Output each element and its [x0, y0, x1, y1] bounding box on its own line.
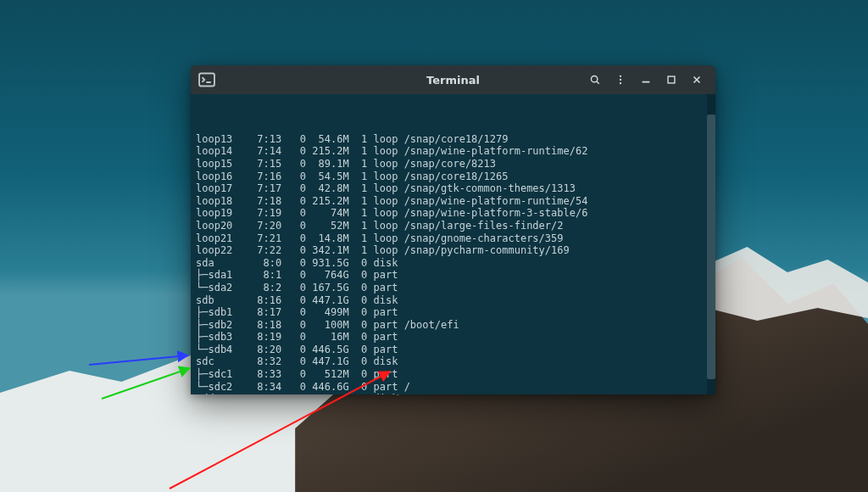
terminal-window: Terminal [191, 65, 715, 394]
close-button[interactable] [685, 69, 709, 91]
terminal-app-icon [198, 70, 216, 89]
lsblk-row: loop16 7:16 0 54.5M 1 loop /snap/core18/… [196, 171, 710, 183]
lsblk-row: loop19 7:19 0 74M 1 loop /snap/wine-plat… [196, 207, 710, 220]
svg-point-2 [620, 75, 621, 77]
terminal-output[interactable]: loop13 7:13 0 54.6M 1 loop /snap/core18/… [191, 94, 715, 394]
svg-point-1 [591, 75, 597, 81]
lsblk-row: sdb 8:16 0 447.1G 0 disk [196, 294, 710, 307]
window-titlebar[interactable]: Terminal [191, 65, 715, 94]
lsblk-row: loop20 7:20 0 52M 1 loop /snap/large-fil… [196, 220, 710, 232]
maximize-button[interactable] [659, 69, 683, 91]
lsblk-row: ├─sdb1 8:17 0 499M 0 part [196, 306, 710, 319]
lsblk-row: loop21 7:21 0 14.8M 1 loop /snap/gnome-c… [196, 232, 710, 245]
menu-button[interactable] [609, 69, 632, 91]
scrollbar-thumb[interactable] [707, 115, 715, 379]
lsblk-row: sda 8:0 0 931.5G 0 disk [196, 257, 710, 270]
svg-point-3 [620, 79, 621, 81]
lsblk-row: loop18 7:18 0 215.2M 1 loop /snap/wine-p… [196, 195, 710, 208]
lsblk-row: loop22 7:22 0 342.1M 1 loop /snap/pychar… [196, 244, 710, 257]
lsblk-row: ├─sdb3 8:19 0 16M 0 part [196, 331, 710, 344]
lsblk-row: sdc 8:32 0 447.1G 0 disk [196, 355, 710, 368]
lsblk-row: ├─sdc1 8:33 0 512M 0 part [196, 368, 710, 381]
lsblk-row: ├─sda1 8:1 0 764G 0 part [196, 269, 710, 282]
lsblk-row: sdd 8:48 1 3.7G 0 disk [196, 393, 710, 394]
svg-rect-0 [199, 73, 214, 86]
lsblk-row: loop17 7:17 0 42.8M 1 loop /snap/gtk-com… [196, 182, 710, 195]
lsblk-row: └─sda2 8:2 0 167.5G 0 part [196, 282, 710, 294]
lsblk-row: loop13 7:13 0 54.6M 1 loop /snap/core18/… [196, 133, 710, 146]
minimize-button[interactable] [634, 69, 658, 91]
lsblk-row: loop14 7:14 0 215.2M 1 loop /snap/wine-p… [196, 145, 710, 158]
svg-rect-5 [668, 76, 675, 83]
scrollbar-track[interactable] [707, 94, 715, 394]
lsblk-row: ├─sdb2 8:18 0 100M 0 part /boot/efi [196, 319, 710, 332]
lsblk-row: loop15 7:15 0 89.1M 1 loop /snap/core/82… [196, 158, 710, 171]
lsblk-row: └─sdb4 8:20 0 446.5G 0 part [196, 344, 710, 356]
svg-point-4 [620, 82, 621, 84]
lsblk-row: └─sdc2 8:34 0 446.6G 0 part / [196, 381, 710, 394]
search-button[interactable] [583, 69, 607, 91]
